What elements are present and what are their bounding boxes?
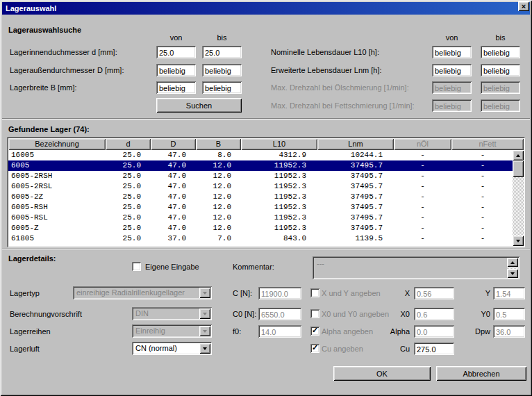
table-row[interactable]: 6180525.037.07.0843.01139.5-- (8, 233, 513, 244)
lagerbreite-bis-input[interactable] (202, 81, 242, 94)
titlebar[interactable]: Lagerauswahl (2, 2, 530, 15)
von-column-header-right: von (432, 33, 472, 42)
table-cell: 12.0 (196, 181, 241, 192)
table-cell: 11952.3 (241, 171, 317, 181)
ok-button[interactable]: OK (333, 366, 431, 381)
c0-field[interactable] (258, 308, 301, 320)
lagerreihen-select[interactable]: Einreihig (132, 324, 212, 338)
chevron-down-icon (203, 313, 207, 315)
innendurchmesser-label: Lagerinnenduchmesser d [mm]: (10, 48, 117, 57)
results-table: BezeichnungdDBL10LnmnÖlnFett 1600525.047… (7, 137, 525, 247)
kommentar-text: --- (317, 259, 324, 267)
table-cell: 25.0 (106, 233, 151, 244)
chevron-down-icon (203, 330, 207, 333)
kommentar-field[interactable]: --- (313, 256, 519, 279)
column-header[interactable]: nÖl (394, 138, 451, 150)
innendurchmesser-bis-input[interactable] (202, 46, 242, 58)
table-cell: - (451, 233, 513, 244)
scrollbar-thumb[interactable] (513, 160, 524, 177)
close-button[interactable]: × (518, 1, 529, 11)
x0y0-checkbox[interactable] (310, 309, 319, 318)
scroll-down-button[interactable] (513, 236, 524, 246)
aussendurchmesser-bis-input[interactable] (202, 64, 242, 76)
table-row[interactable]: 6005-RSL25.047.012.011952.337495.7-- (8, 213, 513, 223)
column-header[interactable]: D (151, 138, 196, 150)
lnm-von-input[interactable] (432, 64, 472, 76)
table-cell: 37495.7 (317, 202, 394, 213)
scroll-up-button[interactable] (513, 150, 524, 160)
drehzahl-fett-von-input (432, 99, 472, 112)
lagerluft-dropdown-button[interactable] (199, 343, 210, 354)
eigene-eingabe-label: Eigene Eingabe (145, 263, 199, 272)
lagerbreite-von-input[interactable] (156, 81, 196, 94)
x-field[interactable] (414, 287, 454, 299)
cancel-button[interactable]: Abbrechen (436, 366, 526, 381)
table-cell: - (394, 223, 451, 233)
table-cell: 8.0 (196, 150, 241, 160)
alpha-checkbox[interactable] (310, 327, 319, 336)
table-cell: 25.0 (106, 160, 151, 171)
close-icon: × (522, 2, 526, 10)
table-cell: 6005-2RSH (8, 171, 106, 181)
details-section-title: Lagerdetails: (8, 254, 56, 263)
f0-field[interactable] (258, 325, 301, 338)
lagerluft-label: Lagerluft (10, 345, 40, 354)
c0-label: C0 [N]: (233, 310, 256, 319)
cu-field[interactable] (414, 343, 454, 355)
alpha-field[interactable] (414, 325, 454, 338)
berechnungsvorschrift-label: Berechnungvorschrift (10, 310, 82, 319)
lnm-bis-input[interactable] (481, 64, 520, 76)
table-cell: 47.0 (151, 192, 196, 202)
x0-field[interactable] (414, 308, 454, 320)
xy-checkbox[interactable] (310, 288, 319, 297)
l10-von-input[interactable] (432, 46, 472, 58)
table-cell: 11952.3 (241, 181, 317, 192)
column-header[interactable]: B (196, 138, 241, 150)
column-header[interactable]: nFett (451, 138, 524, 150)
kommentar-label: Kommentar: (233, 263, 274, 272)
table-row[interactable]: 600525.047.012.011952.337495.7-- (8, 160, 513, 171)
lagerluft-select[interactable]: CN (normal) (132, 342, 212, 355)
eigene-eingabe-checkbox[interactable] (132, 262, 141, 271)
table-cell: - (451, 181, 513, 192)
l10-bis-input[interactable] (481, 46, 520, 58)
results-scrollbar[interactable] (513, 150, 524, 246)
lagertyp-dropdown-button[interactable] (199, 288, 210, 298)
x-label: X (386, 289, 410, 298)
berechnungsvorschrift-dropdown-button[interactable] (199, 308, 210, 319)
table-cell: 6005-RSH (8, 202, 106, 213)
innendurchmesser-von-input[interactable] (156, 46, 196, 58)
lagerreihen-dropdown-button[interactable] (199, 326, 210, 336)
table-row[interactable]: 6005-Z25.047.012.011952.337495.7-- (8, 223, 513, 233)
table-cell: 25.0 (106, 213, 151, 223)
drehzahl-fett-bis-input (481, 99, 520, 112)
column-header[interactable]: L10 (241, 138, 317, 150)
suchen-button[interactable]: Suchen (156, 98, 242, 113)
dpw-field[interactable] (493, 325, 525, 338)
table-row[interactable]: 6005-RSH25.047.012.011952.337495.7-- (8, 202, 513, 213)
kommentar-scroll-down-button[interactable] (507, 269, 518, 278)
y0-field[interactable] (493, 308, 525, 320)
cu-checkbox[interactable] (310, 344, 319, 353)
column-header[interactable]: Lnm (317, 138, 394, 150)
kommentar-scroll-up-button[interactable] (507, 258, 518, 267)
kommentar-scrollbar[interactable] (507, 258, 518, 278)
column-header[interactable]: Bezeichnung (8, 138, 106, 150)
c-field[interactable] (258, 287, 301, 299)
results-header: BezeichnungdDBL10LnmnÖlnFett (8, 138, 524, 150)
table-row[interactable]: 6005-2RSH25.047.012.011952.337495.7-- (8, 171, 513, 181)
column-header[interactable]: d (106, 138, 151, 150)
table-cell: - (451, 171, 513, 181)
table-cell: - (394, 233, 451, 244)
berechnungsvorschrift-select[interactable]: DIN (132, 307, 212, 320)
table-row[interactable]: 6005-2RSL25.047.012.011952.337495.7-- (8, 181, 513, 192)
table-row[interactable]: 6005-2Z25.047.012.011952.337495.7-- (8, 192, 513, 202)
y-field[interactable] (493, 287, 525, 299)
table-cell: 37495.7 (317, 160, 394, 171)
table-row[interactable]: 1600525.047.08.04312.910244.1-- (8, 150, 513, 160)
table-cell: 7.0 (196, 233, 241, 244)
aussendurchmesser-von-input[interactable] (156, 64, 196, 76)
berechnungsvorschrift-value: DIN (135, 309, 198, 317)
table-cell: 4312.9 (241, 150, 317, 160)
lagertyp-select[interactable]: einreihige Radialrillenkugellager (73, 286, 212, 299)
